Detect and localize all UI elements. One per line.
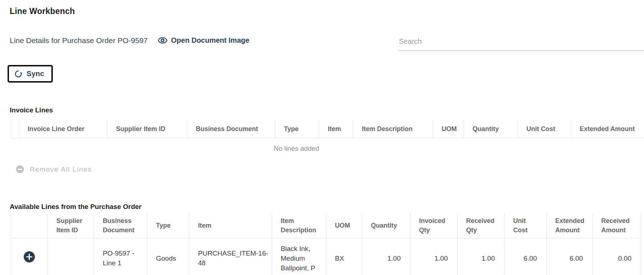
- column-header-blank: [11, 213, 48, 238]
- invoice-lines-table: Invoice Line Order Supplier Item ID Busi…: [11, 120, 644, 138]
- add-line-button[interactable]: [23, 251, 35, 263]
- column-header-type: Type: [275, 120, 319, 138]
- available-lines-header-row: Supplier Item ID Business Document Type …: [11, 213, 641, 238]
- column-header-quantity: Quantity: [362, 213, 410, 238]
- refresh-icon: [14, 69, 23, 79]
- column-header-blank: [11, 120, 19, 138]
- subheader: Line Details for Purchase Order PO-9597 …: [10, 36, 249, 45]
- column-header-unit-cost: Unit Cost: [518, 120, 571, 138]
- cell-item-description: Black Ink, Medium Ballpoint, P: [272, 238, 326, 275]
- open-document-image-label: Open Document Image: [171, 36, 249, 45]
- column-header-unit-cost: Unit Cost: [505, 213, 547, 238]
- column-header-item-description: Item Description: [272, 213, 326, 238]
- invoice-lines-header-row: Invoice Line Order Supplier Item ID Busi…: [11, 120, 644, 138]
- column-header-business-document: Business Document: [94, 213, 147, 238]
- column-header-item: Item: [319, 120, 353, 138]
- search-field: [398, 35, 644, 51]
- cell-type: Goods: [147, 238, 189, 275]
- column-header-uom: UOM: [433, 120, 464, 138]
- column-header-invoice-line-order: Invoice Line Order: [19, 120, 107, 138]
- table-row: PO-9597 - Line 1 Goods PURCHASE_ITEM-16-…: [11, 238, 641, 275]
- search-input[interactable]: [398, 35, 644, 51]
- cell-business-document: PO-9597 - Line 1: [94, 238, 147, 275]
- cell-uom: BX: [326, 238, 362, 275]
- column-header-item: Item: [189, 213, 272, 238]
- cell-invoiced-qty: 1.00: [410, 238, 457, 275]
- column-header-quantity: Quantity: [464, 120, 518, 138]
- eye-icon: [158, 36, 167, 45]
- cell-received-amount: 0.00: [593, 238, 641, 275]
- cell-quantity: 1.00: [362, 238, 410, 275]
- available-lines-table: Supplier Item ID Business Document Type …: [11, 213, 641, 275]
- cell-received-qty: 1.00: [457, 238, 505, 275]
- cell-add-action: [11, 238, 48, 275]
- cell-item: PURCHASE_ITEM-16-48: [189, 238, 272, 275]
- page-title: Line Workbench: [10, 6, 75, 16]
- cell-unit-cost: 6.00: [505, 238, 547, 275]
- sync-button-label: Sync: [27, 70, 44, 78]
- cell-extended-amount: 6.00: [547, 238, 593, 275]
- available-lines-heading: Available Lines from the Purchase Order: [10, 203, 142, 211]
- column-header-received-amount: Received Amount: [593, 213, 641, 238]
- line-details-text: Line Details for Purchase Order PO-9597: [10, 36, 148, 45]
- column-header-business-document: Business Document: [187, 120, 275, 138]
- remove-all-lines-button[interactable]: Remove All Lines: [16, 165, 92, 173]
- column-header-item-description: Item Description: [353, 120, 433, 138]
- column-header-supplier-item-id: Supplier Item ID: [107, 120, 187, 138]
- minus-circle-icon: [16, 165, 24, 173]
- cell-supplier-item-id: [48, 238, 94, 275]
- remove-all-lines-label: Remove All Lines: [30, 166, 92, 173]
- sync-button[interactable]: Sync: [8, 65, 53, 83]
- column-header-extended-amount: Extended Amount: [547, 213, 593, 238]
- empty-state-message: No lines added: [11, 145, 582, 153]
- column-header-invoiced-qty: Invoiced Qty: [410, 213, 457, 238]
- column-header-extended-amount: Extended Amount: [571, 120, 644, 138]
- column-header-uom: UOM: [326, 213, 362, 238]
- column-header-type: Type: [147, 213, 189, 238]
- column-header-received-qty: Received Qty: [457, 213, 505, 238]
- column-header-supplier-item-id: Supplier Item ID: [48, 213, 94, 238]
- open-document-image-link[interactable]: Open Document Image: [158, 36, 249, 45]
- invoice-lines-heading: Invoice Lines: [10, 106, 53, 114]
